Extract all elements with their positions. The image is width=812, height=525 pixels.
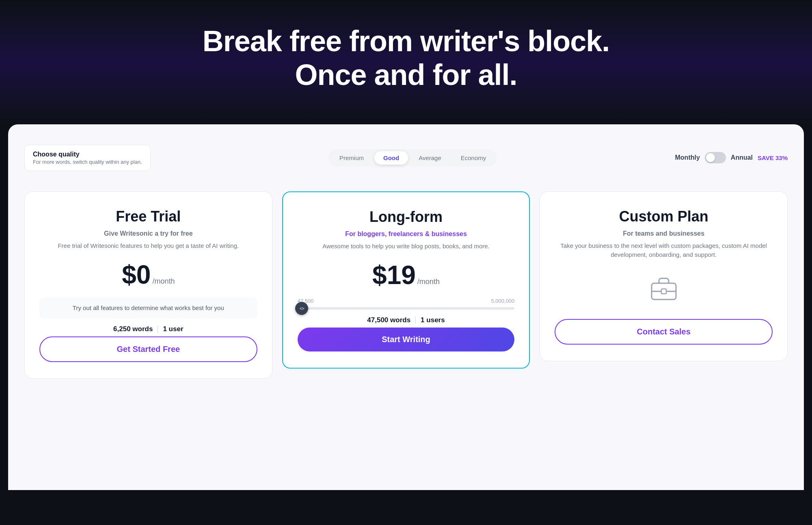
save-badge: SAVE 33% [758, 154, 788, 161]
billing-toggle-switch[interactable] [705, 152, 726, 163]
free-trial-words-box-text: Try out all features to determine what w… [46, 303, 251, 313]
quality-section: Choose quality For more words, switch qu… [24, 145, 151, 171]
free-trial-tagline: Give Writesonic a try for free [39, 230, 257, 237]
slider-labels: 47,500 5,000,000 [298, 298, 515, 304]
quality-label: Choose quality [33, 151, 142, 158]
longform-price: $19 [372, 262, 416, 288]
slider-thumb[interactable]: <> [295, 302, 308, 315]
longform-period: /month [417, 278, 440, 286]
briefcase-icon [648, 271, 680, 304]
free-trial-desc: Free trial of Writesonic features to hel… [39, 241, 257, 251]
longform-plan-name: Long-form [298, 208, 515, 226]
custom-plan-cta-button[interactable]: Contact Sales [555, 319, 773, 345]
slider-max-label: 5,000,000 [491, 298, 514, 304]
hero-title: Break free from writer's block. Once and… [8, 24, 804, 92]
pricing-controls: Choose quality For more words, switch qu… [24, 145, 788, 171]
custom-plan-name: Custom Plan [555, 208, 773, 225]
quality-tab-premium[interactable]: Premium [330, 151, 373, 165]
free-trial-price: $0 [122, 262, 151, 288]
svg-rect-2 [661, 289, 666, 294]
longform-tagline: For bloggers, freelancers & businesses [298, 230, 515, 238]
longform-cta-button[interactable]: Start Writing [298, 328, 515, 351]
words-separator-2 [415, 317, 416, 324]
custom-plan-card: Custom Plan For teams and businesses Tak… [540, 191, 788, 361]
quality-tab-average[interactable]: Average [410, 151, 450, 165]
custom-plan-tagline: For teams and businesses [555, 230, 773, 237]
words-slider-container: 47,500 5,000,000 <> [298, 298, 515, 310]
toggle-thumb [706, 153, 715, 162]
pricing-cards: Free Trial Give Writesonic a try for fre… [24, 191, 788, 379]
hero-section: Break free from writer's block. Once and… [0, 0, 812, 124]
free-trial-words-box: Try out all features to determine what w… [39, 297, 257, 319]
free-trial-plan-name: Free Trial [39, 208, 257, 225]
billing-monthly-label: Monthly [675, 154, 700, 161]
free-trial-period: /month [152, 277, 175, 286]
free-trial-words: 6,250 words [113, 325, 153, 333]
longform-words-count: 47,500 words 1 users [298, 316, 515, 324]
longform-users: 1 users [421, 316, 445, 324]
billing-annual-label: Annual [731, 154, 753, 161]
slider-arrows-icon: <> [300, 306, 304, 311]
quality-sublabel: For more words, switch quality within an… [33, 159, 142, 165]
free-trial-cta-button[interactable]: Get Started Free [39, 336, 257, 362]
longform-card: Long-form For bloggers, freelancers & bu… [282, 191, 530, 369]
free-trial-price-row: $0 /month [39, 262, 257, 288]
billing-toggle: Monthly Annual SAVE 33% [675, 152, 788, 163]
quality-tab-economy[interactable]: Economy [452, 151, 495, 165]
free-trial-users: 1 user [163, 325, 183, 333]
longform-words: 47,500 words [367, 316, 410, 324]
longform-desc: Awesome tools to help you write blog pos… [298, 242, 515, 251]
slider-track[interactable]: <> [298, 307, 515, 310]
free-trial-card: Free Trial Give Writesonic a try for fre… [24, 191, 272, 379]
quality-tab-good[interactable]: Good [374, 151, 408, 165]
pricing-section: Choose quality For more words, switch qu… [8, 124, 804, 490]
free-trial-words-count: 6,250 words 1 user [39, 325, 257, 333]
custom-plan-desc: Take your business to the next level wit… [555, 241, 773, 260]
words-separator [158, 325, 158, 333]
quality-tabs: Premium Good Average Economy [328, 149, 497, 167]
longform-price-row: $19 /month [298, 262, 515, 288]
